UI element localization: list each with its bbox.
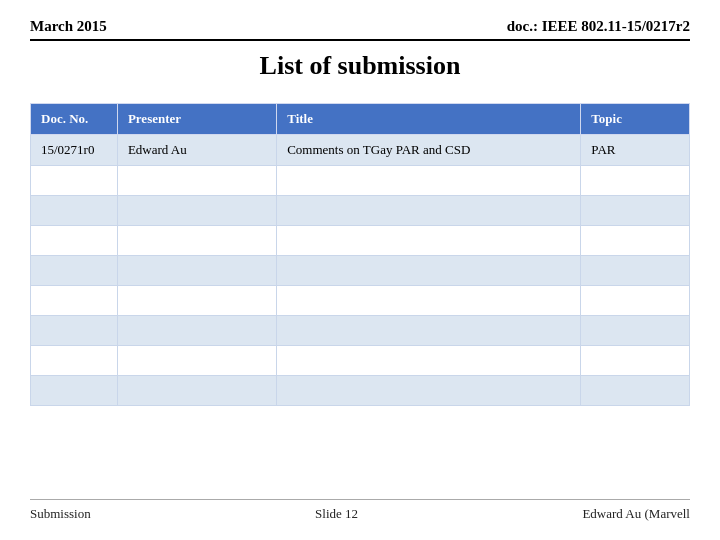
- table-row: 15/0271r0Edward AuComments on TGay PAR a…: [31, 135, 690, 166]
- cell-title: Comments on TGay PAR and CSD: [277, 135, 581, 166]
- cell-topic: [581, 256, 690, 286]
- cell-docno: [31, 376, 118, 406]
- cell-presenter: [117, 166, 276, 196]
- cell-topic: [581, 226, 690, 256]
- cell-docno: [31, 286, 118, 316]
- header-date: March 2015: [30, 18, 107, 35]
- cell-presenter: [117, 376, 276, 406]
- cell-docno: [31, 166, 118, 196]
- cell-title: [277, 376, 581, 406]
- col-header-topic: Topic: [581, 104, 690, 135]
- footer: Submission Slide 12 Edward Au (Marvell: [30, 499, 690, 522]
- cell-title: [277, 166, 581, 196]
- cell-docno: [31, 226, 118, 256]
- cell-topic: [581, 286, 690, 316]
- cell-topic: [581, 316, 690, 346]
- page-title: List of submission: [30, 51, 690, 81]
- cell-topic: [581, 166, 690, 196]
- table-row: [31, 286, 690, 316]
- cell-title: [277, 316, 581, 346]
- cell-presenter: [117, 286, 276, 316]
- cell-title: [277, 286, 581, 316]
- cell-docno: [31, 256, 118, 286]
- table-row: [31, 316, 690, 346]
- table-row: [31, 196, 690, 226]
- table-row: [31, 166, 690, 196]
- header: March 2015 doc.: IEEE 802.11-15/0217r2: [30, 18, 690, 41]
- cell-topic: [581, 376, 690, 406]
- cell-title: [277, 346, 581, 376]
- table-row: [31, 256, 690, 286]
- cell-docno: [31, 346, 118, 376]
- footer-slide: Slide 12: [315, 506, 358, 522]
- cell-presenter: [117, 196, 276, 226]
- col-header-presenter: Presenter: [117, 104, 276, 135]
- cell-title: [277, 226, 581, 256]
- cell-docno: [31, 316, 118, 346]
- cell-presenter: [117, 346, 276, 376]
- cell-docno: 15/0271r0: [31, 135, 118, 166]
- cell-topic: PAR: [581, 135, 690, 166]
- table-wrapper: Doc. No. Presenter Title Topic 15/0271r0…: [30, 103, 690, 485]
- submission-table: Doc. No. Presenter Title Topic 15/0271r0…: [30, 103, 690, 406]
- col-header-docno: Doc. No.: [31, 104, 118, 135]
- footer-submission: Submission: [30, 506, 91, 522]
- cell-presenter: [117, 316, 276, 346]
- table-header-row: Doc. No. Presenter Title Topic: [31, 104, 690, 135]
- table-row: [31, 376, 690, 406]
- cell-topic: [581, 196, 690, 226]
- cell-title: [277, 256, 581, 286]
- page: March 2015 doc.: IEEE 802.11-15/0217r2 L…: [0, 0, 720, 540]
- cell-topic: [581, 346, 690, 376]
- footer-author: Edward Au (Marvell: [582, 506, 690, 522]
- table-row: [31, 346, 690, 376]
- cell-presenter: Edward Au: [117, 135, 276, 166]
- cell-presenter: [117, 226, 276, 256]
- cell-title: [277, 196, 581, 226]
- cell-presenter: [117, 256, 276, 286]
- col-header-title: Title: [277, 104, 581, 135]
- header-doc: doc.: IEEE 802.11-15/0217r2: [507, 18, 690, 35]
- table-row: [31, 226, 690, 256]
- cell-docno: [31, 196, 118, 226]
